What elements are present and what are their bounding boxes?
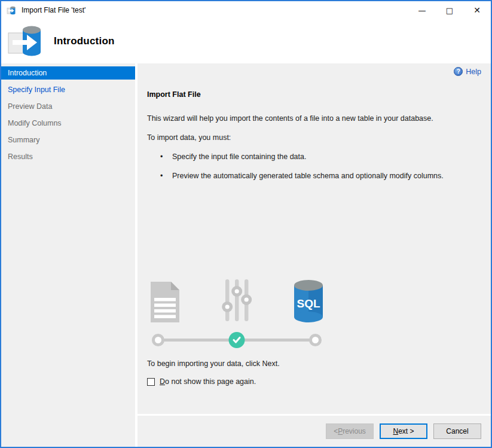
sidebar-item-specify-input-file[interactable]: Specify Input File <box>1 83 135 96</box>
sidebar-item-introduction[interactable]: Introduction <box>1 66 135 80</box>
content-main: ? Help Import Flat File This wizard will… <box>137 63 491 414</box>
bullet-dot: • <box>160 172 172 180</box>
sql-icon-label: SQL <box>297 297 320 310</box>
flat-file-icon <box>147 281 183 324</box>
wizard-graphic: SQL <box>147 277 326 349</box>
requirements-text: To import data, you must: <box>147 133 481 142</box>
sql-database-icon: SQL <box>291 278 326 324</box>
steps-sidebar: Introduction Specify Input File Preview … <box>1 63 135 447</box>
maximize-button[interactable]: □ <box>436 1 463 19</box>
next-button[interactable]: Next > <box>380 423 427 439</box>
do-not-show-label[interactable]: Do not show this page again. <box>160 377 256 386</box>
wizard-header: Introduction <box>1 19 491 63</box>
progress-node-end <box>309 334 322 346</box>
content-heading: Import Flat File <box>147 90 481 99</box>
help-icon: ? <box>454 67 463 76</box>
wizard-body: Introduction Specify Input File Preview … <box>1 63 491 447</box>
help-label: Help <box>466 68 481 76</box>
sidebar-item-summary[interactable]: Summary <box>1 133 135 147</box>
intro-text: This wizard will help you import the con… <box>147 114 481 123</box>
check-icon <box>233 336 242 344</box>
cta-text: To begin importing your data, click Next… <box>147 359 481 368</box>
content-panel: ? Help Import Flat File This wizard will… <box>137 63 491 447</box>
checkbox-row: Do not show this page again. <box>147 377 481 386</box>
sidebar-item-preview-data[interactable]: Preview Data <box>1 100 135 113</box>
progress-indicator <box>147 331 326 349</box>
progress-node-start <box>152 334 164 346</box>
bullet-item: • Preview the automatically generated ta… <box>147 172 481 180</box>
cancel-button[interactable]: Cancel <box>433 423 481 439</box>
sidebar-item-modify-columns[interactable]: Modify Columns <box>1 117 135 130</box>
settings-sliders-icon <box>219 277 255 324</box>
graphic-icons-row: SQL <box>147 277 326 324</box>
minimize-button[interactable]: — <box>408 1 436 19</box>
wizard-window: Import Flat File 'test' — □ ✕ Introducti… <box>0 0 492 448</box>
close-button[interactable]: ✕ <box>463 1 491 19</box>
titlebar: Import Flat File 'test' — □ ✕ <box>1 1 491 19</box>
window-title: Import Flat File 'test' <box>22 6 85 14</box>
app-icon <box>7 5 17 16</box>
bullet-dot: • <box>160 153 172 161</box>
do-not-show-checkbox[interactable] <box>147 378 155 386</box>
bullet-text: Specify the input file containing the da… <box>172 153 306 161</box>
help-link[interactable]: ? Help <box>454 67 481 76</box>
page-title: Introduction <box>54 35 115 47</box>
window-controls: — □ ✕ <box>408 1 491 19</box>
sidebar-item-results[interactable]: Results <box>1 150 135 163</box>
button-bar: < Previous Next > Cancel <box>137 416 491 447</box>
bullet-item: • Specify the input file containing the … <box>147 153 481 161</box>
bullet-text: Preview the automatically generated tabl… <box>172 172 444 180</box>
requirements-list: • Specify the input file containing the … <box>147 153 481 180</box>
import-flat-file-icon <box>7 24 45 59</box>
previous-button[interactable]: < Previous <box>326 423 374 439</box>
help-row: ? Help <box>147 67 481 76</box>
progress-node-current <box>229 332 245 348</box>
